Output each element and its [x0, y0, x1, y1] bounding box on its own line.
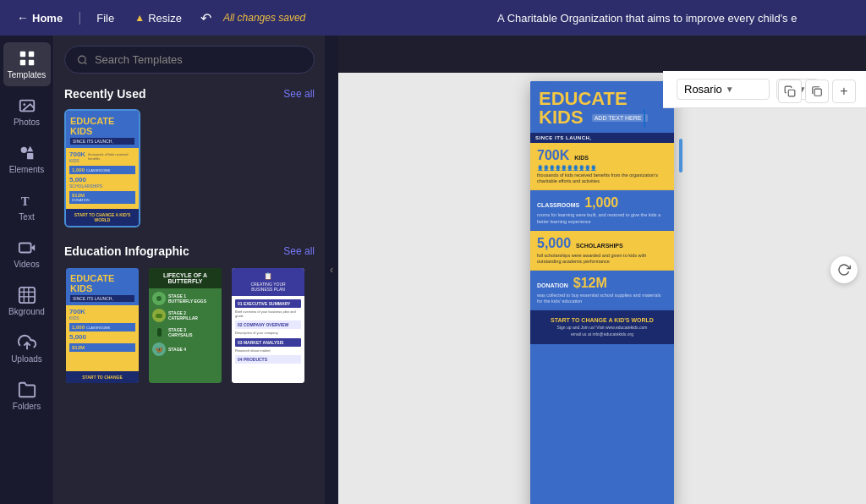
- sidebar-text-label: Text: [19, 212, 34, 222]
- search-bar[interactable]: [64, 46, 315, 74]
- preview-body: 700K KIDS thousands of kids received ben…: [66, 148, 139, 209]
- svg-point-5: [23, 103, 25, 106]
- photo-icon: [18, 96, 36, 115]
- sidebar-videos-label: Videos: [14, 260, 39, 269]
- stat-scholarships-label: SCHOLARSHIPS: [576, 243, 623, 249]
- lifecycle-preview: LIFECYLE OF ABUTTERFLY STAGE 1BUTTERFLY …: [149, 268, 222, 383]
- canvas-action-buttons: +: [778, 79, 856, 103]
- sidebar-icons: Templates Photos Elements T Text: [0, 36, 54, 504]
- upload-icon: [18, 333, 36, 352]
- duplicate-button[interactable]: [805, 79, 829, 103]
- main-infographic[interactable]: EDUCATEKIDS ADD TEXT HERE SINCE ITS LAUN…: [530, 81, 674, 504]
- education-infographic-title: Education Infographic: [64, 244, 189, 258]
- infographic-footer: START TO CHANGE A KID'S WORLD Sign up an…: [530, 310, 674, 344]
- resize-button[interactable]: ▲ Resize: [128, 8, 189, 28]
- sidebar-elements-label: Elements: [9, 165, 45, 174]
- svg-point-18: [79, 56, 86, 63]
- infographic-stat-scholarships: 5,000 SCHOLARSHIPS full scholarships wer…: [530, 231, 674, 271]
- panel-collapse-handle[interactable]: ‹: [325, 36, 338, 504]
- sidebar-item-templates[interactable]: Templates: [3, 42, 51, 86]
- text-icon: T: [18, 191, 36, 210]
- svg-rect-32: [788, 90, 795, 96]
- footer-text-2: email us at info@educatekids.org: [537, 331, 667, 338]
- sidebar-item-text[interactable]: T Text: [3, 184, 51, 228]
- nav-separator: |: [78, 10, 81, 25]
- see-all-recently[interactable]: See all: [283, 88, 315, 100]
- svg-text:T: T: [20, 194, 29, 208]
- stat-classrooms-label: CLASSROOMS: [537, 202, 579, 208]
- infographic-stat-kids: 700K KIDS 👤👤👤👤👤👤👤👤👤👤 thousands of kids r…: [530, 143, 674, 190]
- font-dropdown-icon: ▼: [726, 85, 734, 94]
- svg-rect-3: [28, 60, 33, 65]
- sidebar-item-elements[interactable]: Elements: [3, 137, 51, 181]
- template-business-plan[interactable]: 📋 CREATING YOURBUSINESS PLAN 01 EXECUTIV…: [230, 266, 306, 385]
- footer-text-1: Sign up and Join us! Visit www.educateki…: [537, 325, 667, 331]
- footer-title: START TO CHANGE A KID'S WORLD: [537, 317, 667, 323]
- recently-used-title: Recently Used: [64, 87, 145, 101]
- template-educate-kids-recent[interactable]: EDUCATEKIDS SINCE ITS LAUNCH, 700K KIDS …: [64, 109, 140, 227]
- sidebar-item-videos[interactable]: Videos: [3, 232, 51, 276]
- svg-rect-10: [19, 244, 30, 253]
- sidebar-photos-label: Photos: [14, 118, 40, 127]
- sidebar-item-uploads[interactable]: Uploads: [3, 326, 51, 370]
- template-lifecycle[interactable]: LIFECYLE OF ABUTTERFLY STAGE 1BUTTERFLY …: [147, 266, 223, 385]
- svg-rect-1: [28, 52, 33, 57]
- grid-icon: [18, 49, 36, 68]
- elements-icon: [18, 144, 36, 162]
- svg-rect-2: [19, 60, 25, 65]
- infographic-header: EDUCATEKIDS ADD TEXT HERE: [530, 81, 674, 133]
- sidebar-background-label: Bkground: [8, 307, 45, 316]
- education-infographic-grid: EDUCATEKIDS SINCE ITS LAUNCH, 700K KIDS: [64, 266, 315, 385]
- infographic-stat-donation: DONATION $12M was collected to buy essen…: [530, 271, 674, 310]
- video-icon: [18, 238, 36, 257]
- svg-rect-0: [19, 52, 25, 57]
- stat-classrooms-desc: rooms for learning were built, and resto…: [537, 212, 667, 224]
- undo-button[interactable]: ↶: [195, 7, 216, 30]
- svg-rect-7: [27, 153, 33, 159]
- recently-used-header: Recently Used See all: [64, 87, 315, 101]
- top-navigation: ← Home | File ▲ Resize ↶ All changes sav…: [0, 0, 866, 36]
- templates-panel: Recently Used See all EDUCATEKIDS SINCE …: [54, 36, 325, 504]
- infographic-stat-classrooms: CLASSROOMS 1,000 rooms for learning were…: [530, 190, 674, 230]
- saved-status: All changes saved: [223, 12, 432, 24]
- main-content: Templates Photos Elements T Text: [0, 36, 866, 504]
- stat-classrooms-number: 1,000: [584, 195, 618, 211]
- canvas-workspace: + EDUCATEKIDS ADD TEXT HERE: [338, 73, 866, 504]
- sidebar-item-photos[interactable]: Photos: [3, 90, 51, 134]
- stat-kids-number: 700K: [537, 148, 569, 163]
- infographic-preview-2: EDUCATEKIDS SINCE ITS LAUNCH, 700K KIDS: [66, 268, 139, 383]
- sidebar-uploads-label: Uploads: [11, 354, 42, 364]
- svg-rect-12: [19, 288, 34, 303]
- sidebar-item-folders[interactable]: Folders: [3, 374, 51, 418]
- file-menu[interactable]: File: [90, 8, 121, 28]
- preview-subtitle: SINCE ITS LAUNCH,: [70, 138, 134, 145]
- sidebar-item-background[interactable]: Bkground: [3, 279, 51, 323]
- recently-used-grid: EDUCATEKIDS SINCE ITS LAUNCH, 700K KIDS …: [64, 109, 315, 227]
- stat-scholarships-desc: full scholarships were awarded and given…: [537, 253, 667, 265]
- refresh-button[interactable]: [830, 256, 858, 283]
- stat-scholarships-number: 5,000: [537, 236, 571, 251]
- font-selector[interactable]: Rosario ▼: [677, 79, 770, 100]
- search-icon: [77, 54, 88, 66]
- stat-donation-label: DONATION: [537, 282, 568, 288]
- search-input[interactable]: [95, 53, 302, 66]
- sidebar-templates-label: Templates: [8, 70, 47, 79]
- infographic-main-title: EDUCATEKIDS ADD TEXT HERE: [539, 90, 666, 128]
- right-handle: [679, 139, 682, 173]
- home-label: Home: [32, 12, 63, 25]
- see-all-education[interactable]: See all: [283, 245, 315, 257]
- home-button[interactable]: ← Home: [10, 8, 69, 28]
- infographic-preview-1: EDUCATEKIDS SINCE ITS LAUNCH, 700K KIDS …: [66, 111, 139, 226]
- template-educate-kids-2[interactable]: EDUCATEKIDS SINCE ITS LAUNCH, 700K KIDS: [64, 266, 140, 385]
- svg-line-19: [85, 62, 86, 63]
- svg-point-6: [20, 147, 26, 153]
- stat-kids-label: KIDS: [574, 155, 589, 161]
- add-button[interactable]: +: [832, 79, 856, 103]
- copy-button[interactable]: [778, 79, 802, 103]
- education-infographic-header: Education Infographic See all: [64, 244, 315, 258]
- document-title: A Charitable Organization that aims to i…: [439, 12, 856, 25]
- resize-label: Resize: [148, 12, 182, 25]
- canvas-area: Rosario ▼ 32 ▼ A B I U: [338, 36, 866, 504]
- sidebar-folders-label: Folders: [13, 402, 41, 411]
- folder-icon: [18, 381, 36, 399]
